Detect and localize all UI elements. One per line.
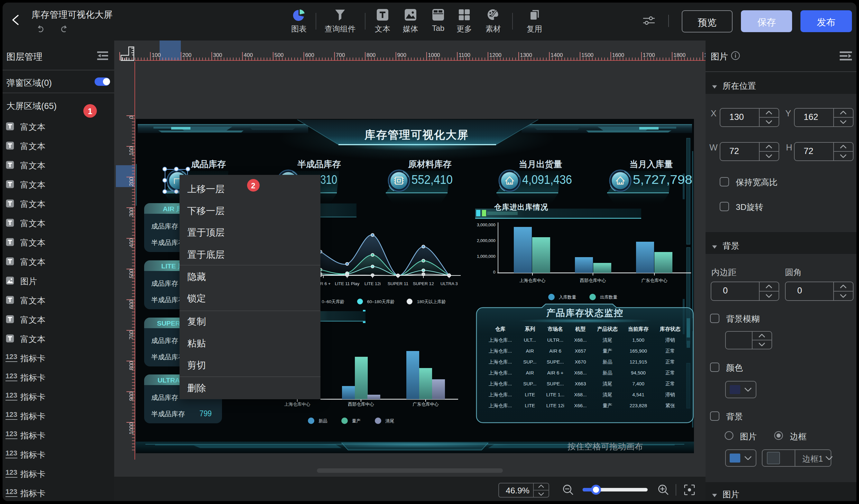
svg-text:清尾: 清尾 [603,381,612,387]
svg-text:成品库存: 成品库存 [151,394,178,401]
svg-text:当月出货量: 当月出货量 [519,159,562,169]
svg-text:7,400: 7,400 [632,381,644,387]
svg-text:正常: 正常 [665,359,675,364]
svg-text:552,410: 552,410 [411,173,453,186]
svg-text:800: 800 [366,52,375,58]
svg-text:新品: 新品 [603,370,612,375]
svg-text:4,091,436: 4,091,436 [522,173,572,186]
svg-text:上海仓库...: 上海仓库... [489,392,512,397]
svg-text:X68...: X68... [574,392,587,397]
svg-text:SUP...: SUP... [523,381,536,387]
svg-text:1100: 1100 [458,52,470,58]
svg-text:5,727,798: 5,727,798 [633,173,692,186]
svg-text:LITE 12i: LITE 12i [364,281,381,286]
svg-text:库存状态: 库存状态 [660,326,680,332]
svg-text:AIR 6: AIR 6 [549,348,561,353]
svg-text:SUPER 11: SUPER 11 [388,281,408,286]
svg-text:滞销: 滞销 [665,337,675,343]
svg-text:正常: 正常 [665,370,675,375]
svg-text:西部仓库中心: 西部仓库中心 [348,402,375,407]
svg-text:西部仓库中心: 西部仓库中心 [580,278,606,283]
svg-text:半成品库存: 半成品库存 [297,159,341,169]
svg-text:X68...: X68... [574,337,587,343]
svg-text:仓库进出库情况: 仓库进出库情况 [494,203,548,211]
svg-text:X670: X670 [575,359,586,364]
svg-text:400: 400 [129,238,135,248]
svg-text:LITE 11 Play: LITE 11 Play [335,281,360,286]
svg-text:LITE 1...: LITE 1... [546,392,564,397]
svg-text:800: 800 [129,361,135,370]
svg-text:当前库存: 当前库存 [628,326,649,332]
svg-text:1500: 1500 [581,52,593,58]
svg-text:0: 0 [493,270,495,274]
svg-text:清尾: 清尾 [603,392,612,397]
svg-text:上海仓库...: 上海仓库... [489,337,512,343]
svg-text:2,000,000: 2,000,000 [477,238,495,243]
svg-text:900: 900 [397,52,406,58]
svg-text:ULT...: ULT... [524,337,536,343]
svg-text:SUPE...: SUPE... [547,381,564,387]
svg-text:原材料库存: 原材料库存 [408,159,452,169]
svg-text:成品库存: 成品库存 [151,280,178,287]
svg-text:799: 799 [199,409,212,418]
svg-text:半成品库存: 半成品库存 [151,410,185,418]
svg-text:AIR 6 +: AIR 6 + [547,370,564,375]
svg-text:4,541: 4,541 [632,392,644,397]
svg-text:1800: 1800 [673,52,685,58]
svg-text:200: 200 [182,52,192,58]
svg-text:系列: 系列 [524,326,535,332]
svg-text:入库数量: 入库数量 [559,295,576,300]
svg-text:成品库存: 成品库存 [151,337,178,344]
svg-text:200: 200 [129,177,135,186]
svg-text:1700: 1700 [643,52,655,58]
svg-text:1600: 1600 [612,52,624,58]
svg-text:正常: 正常 [665,381,675,387]
svg-text:上海仓库...: 上海仓库... [489,359,512,364]
svg-text:当月入库量: 当月入库量 [630,159,673,169]
svg-text:1200: 1200 [489,52,501,58]
svg-text:121,915: 121,915 [630,359,647,364]
svg-text:300: 300 [129,208,135,217]
svg-text:LITE: LITE [525,403,535,408]
svg-text:500: 500 [274,52,284,58]
svg-text:新品: 新品 [318,419,327,423]
svg-text:量产: 量产 [603,348,612,353]
svg-text:223,828: 223,828 [630,403,647,408]
svg-text:上海仓库中心: 上海仓库中心 [519,278,546,283]
svg-text:SUPE...: SUPE... [547,359,564,364]
svg-text:LITE 12i: LITE 12i [546,403,564,408]
svg-text:500: 500 [129,269,135,278]
svg-text:600: 600 [129,300,135,309]
svg-text:165,900: 165,900 [630,348,647,353]
svg-text:上海仓库中心: 上海仓库中心 [284,402,311,407]
svg-text:700: 700 [336,52,345,58]
svg-text:成品库存: 成品库存 [191,159,226,169]
svg-text:AIR: AIR [526,370,534,375]
svg-text:ULTRA 3: ULTRA 3 [440,281,458,286]
svg-text:上海仓库...: 上海仓库... [489,403,512,408]
svg-text:400: 400 [244,52,253,58]
svg-text:上海仓库...: 上海仓库... [489,381,512,387]
svg-text:1000: 1000 [428,52,440,58]
svg-text:上海仓库...: 上海仓库... [489,370,512,375]
svg-text:成品库存: 成品库存 [151,222,178,230]
svg-text:X663: X663 [575,381,586,387]
svg-text:100: 100 [129,146,135,155]
svg-text:滞销: 滞销 [665,392,675,397]
svg-text:正常: 正常 [665,348,675,353]
svg-text:X66...: X66... [574,403,587,408]
svg-text:LITE: LITE [525,392,535,397]
svg-text:X657: X657 [575,348,586,353]
svg-text:180天以上库龄: 180天以上库龄 [417,299,446,304]
svg-text:产品库存状态监控: 产品库存状态监控 [546,308,623,318]
svg-text:广东仓库中心: 广东仓库中心 [413,402,439,407]
svg-text:量产: 量产 [352,419,361,423]
svg-text:产品状态: 产品状态 [597,326,618,332]
svg-text:仓库: 仓库 [495,326,506,332]
svg-text:0–60天库龄: 0–60天库龄 [322,299,345,304]
svg-text:清尾: 清尾 [386,419,394,423]
svg-text:ULTR...: ULTR... [547,337,564,343]
svg-text:0: 0 [129,116,135,119]
svg-text:新品: 新品 [603,359,612,364]
svg-text:SUP...: SUP... [523,359,536,364]
